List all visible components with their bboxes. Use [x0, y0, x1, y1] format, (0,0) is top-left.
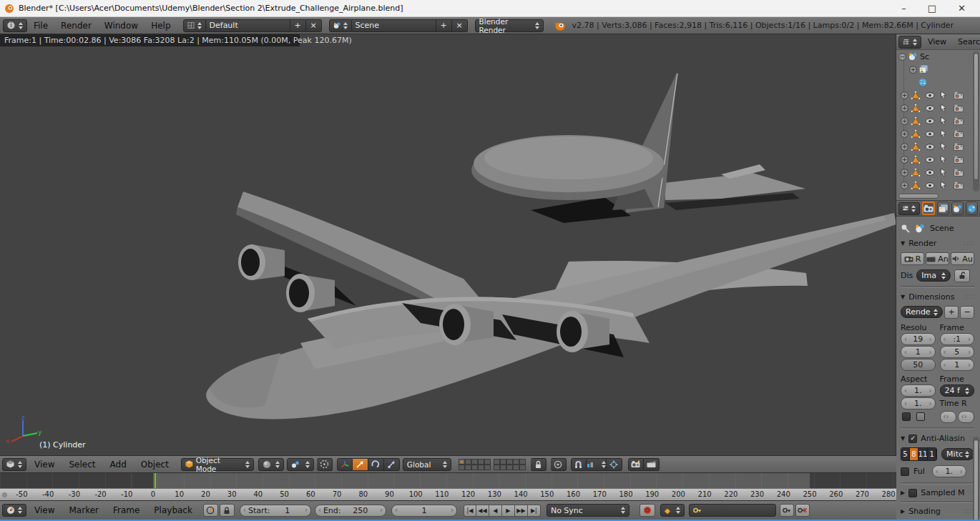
jump-to-end-button[interactable]: ▶|	[528, 505, 541, 517]
dimensions-panel-header[interactable]: ▼ Dimensions ∷∷	[901, 290, 974, 304]
frame-start-field[interactable]: ‹:1›	[940, 333, 975, 345]
renderability-camera-icon[interactable]	[954, 182, 964, 189]
renderability-camera-icon[interactable]	[954, 91, 964, 99]
properties-scrollbar-thumb[interactable]	[974, 440, 979, 521]
editor-type-selector[interactable]	[2, 504, 26, 517]
menu-render[interactable]: Render	[54, 21, 98, 31]
menu-file[interactable]: File	[27, 21, 54, 31]
display-mode-selector[interactable]: Ima	[916, 269, 951, 282]
add-preset-button[interactable]: +	[944, 306, 959, 319]
selectability-cursor-icon[interactable]	[940, 142, 947, 151]
timeline-playhead[interactable]	[155, 473, 156, 488]
tab-world[interactable]	[966, 202, 978, 215]
opengl-render-anim-button[interactable]	[644, 458, 660, 471]
outliner-object-row[interactable]: +	[896, 179, 980, 192]
aa-sample-8[interactable]: 8	[910, 448, 918, 460]
layer-cell[interactable]	[478, 465, 484, 470]
selectability-cursor-icon[interactable]	[940, 168, 947, 177]
transform-orientation-selector[interactable]: Global	[403, 458, 451, 471]
layer-cell[interactable]	[465, 459, 471, 465]
layer-cell[interactable]	[519, 459, 526, 465]
time-remap-old-field[interactable]: ‹›	[940, 411, 956, 423]
layer-cell[interactable]	[484, 465, 491, 470]
lock-interface-button[interactable]	[954, 269, 970, 282]
opengl-render-image-button[interactable]	[628, 458, 644, 471]
maximize-button[interactable]: □	[928, 3, 936, 14]
menu-window[interactable]: Window	[98, 21, 144, 31]
layers-grid-1[interactable]	[459, 459, 491, 470]
prev-keyframe-button[interactable]: ◀◀	[476, 505, 489, 517]
crop-checkbox[interactable]	[916, 412, 925, 421]
lock-time-button[interactable]	[220, 504, 235, 517]
selectability-cursor-icon[interactable]	[940, 104, 947, 112]
selectability-cursor-icon[interactable]	[940, 91, 947, 99]
editor-type-selector[interactable]	[2, 458, 26, 471]
selectability-cursor-icon[interactable]	[940, 155, 947, 164]
visibility-eye-icon[interactable]	[925, 169, 935, 176]
filter-size-field[interactable]: ‹1.›	[932, 465, 966, 477]
frame-rate-selector[interactable]: 24 f	[940, 384, 975, 397]
menu-view3d-object[interactable]: Object	[134, 460, 175, 470]
snap-target-selector[interactable]	[607, 458, 622, 471]
snap-element-selector[interactable]	[587, 458, 607, 471]
render-animation-button[interactable]: An	[926, 252, 949, 265]
proportional-edit-button[interactable]	[551, 458, 567, 471]
layer-cell[interactable]	[465, 465, 471, 470]
border-checkbox[interactable]	[902, 412, 911, 421]
outliner-object-row[interactable]: +	[896, 127, 980, 140]
snap-toggle-button[interactable]	[571, 458, 587, 471]
shading-panel-header[interactable]: ▶ Shading ∷∷	[901, 505, 974, 518]
visibility-eye-icon[interactable]	[925, 182, 935, 189]
frame-start-field[interactable]: ‹Start: 1›	[240, 505, 311, 517]
menu-outliner-view[interactable]: View	[923, 37, 951, 46]
tab-render-layers[interactable]	[937, 202, 949, 215]
renderability-camera-icon[interactable]	[954, 143, 964, 151]
antialiasing-checkbox[interactable]: ✓	[908, 435, 917, 443]
menu-outliner-search[interactable]: Search	[953, 37, 980, 46]
outliner-hscrollbar-thumb[interactable]	[898, 194, 939, 199]
expand-icon[interactable]: +	[901, 104, 908, 112]
jump-to-start-button[interactable]: |◀	[464, 505, 476, 517]
menu-help[interactable]: Help	[144, 21, 177, 31]
outliner-object-row[interactable]: +	[896, 114, 980, 127]
outliner-scene-row[interactable]: − Sc	[896, 50, 980, 63]
render-engine-selector[interactable]: Blender Render	[475, 19, 544, 32]
resolution-percentage-slider[interactable]: 50	[901, 359, 936, 371]
visibility-eye-icon[interactable]	[925, 92, 935, 99]
selectability-cursor-icon[interactable]	[940, 129, 947, 138]
layer-cell[interactable]	[500, 459, 506, 465]
aa-samples-segment[interactable]: 58111	[901, 447, 937, 461]
antialiasing-panel-header[interactable]: ▼ ✓ Anti-Aliasin ∷	[901, 432, 974, 445]
expand-icon[interactable]: +	[901, 169, 908, 177]
selectability-cursor-icon[interactable]	[940, 181, 947, 189]
layer-cell[interactable]	[471, 459, 478, 465]
menu-view3d-view[interactable]: View	[28, 460, 61, 470]
visibility-eye-icon[interactable]	[925, 157, 935, 163]
frame-end-field[interactable]: ‹5›	[940, 346, 975, 358]
editor-type-selector[interactable]: i	[3, 19, 27, 32]
layer-cell[interactable]	[459, 465, 465, 470]
menu-view3d-add[interactable]: Add	[104, 460, 133, 470]
menu-view3d-select[interactable]: Select	[62, 460, 102, 470]
outliner-object-row[interactable]: +	[896, 153, 980, 166]
delete-keyframe-button[interactable]	[795, 504, 810, 517]
render-still-button[interactable]: R	[901, 252, 924, 265]
render-audio-button[interactable]: Au	[951, 252, 974, 265]
layer-cell[interactable]	[513, 465, 519, 470]
editor-type-selector[interactable]	[898, 36, 921, 49]
layer-cell[interactable]	[459, 459, 465, 465]
time-remap-new-field[interactable]: ‹›	[958, 411, 974, 423]
menu-timeline-view[interactable]: View	[28, 505, 61, 515]
layer-cell[interactable]	[506, 465, 513, 470]
visibility-eye-icon[interactable]	[925, 105, 935, 111]
screen-layout-name[interactable]: Default	[206, 19, 290, 32]
sampled-motion-blur-panel-header[interactable]: ▶ Sampled M ∷	[901, 486, 974, 500]
delete-scene-button[interactable]: ×	[452, 19, 468, 32]
expand-icon[interactable]: +	[901, 91, 908, 99]
tab-scene[interactable]	[951, 202, 964, 215]
aa-sample-1[interactable]: 1	[928, 448, 936, 460]
3d-viewport[interactable]: z y x Frame:1 | Time:00:02.86 | Ve:3086 …	[0, 34, 896, 455]
visibility-eye-icon[interactable]	[925, 144, 935, 150]
add-layout-button[interactable]: +	[290, 19, 306, 32]
add-scene-button[interactable]: +	[436, 19, 452, 32]
